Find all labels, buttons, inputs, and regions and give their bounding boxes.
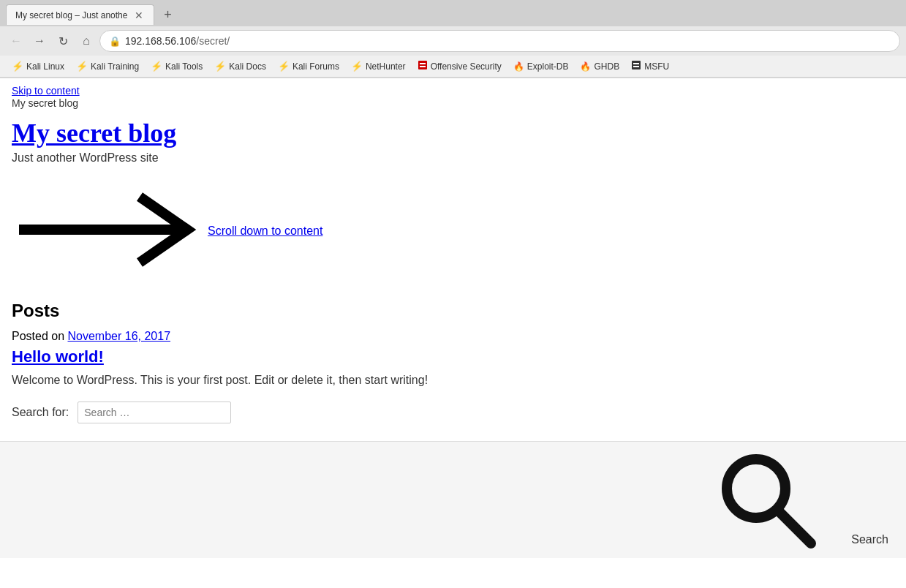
bookmarks-bar: ⚡ Kali Linux ⚡ Kali Training ⚡ Kali Tool… [0,56,906,78]
bookmark-nethunter[interactable]: ⚡ NetHunter [345,59,412,74]
kali-training-icon: ⚡ [76,61,88,72]
arrow-right-icon [12,182,202,280]
kali-tools-icon: ⚡ [151,61,162,72]
bookmark-exploit-db[interactable]: 🔥 Exploit-DB [507,59,575,74]
svg-rect-0 [418,61,427,69]
tab-bar: My secret blog – Just anothe ✕ + [0,0,906,26]
kali-forums-label: Kali Forums [292,61,339,72]
bookmark-ghdb[interactable]: 🔥 GHDB [574,59,625,74]
search-row: Search for: [12,402,894,423]
home-button[interactable]: ⌂ [76,31,97,51]
breadcrumb: My secret blog [12,97,894,109]
post-title-link[interactable]: Hello world! [12,347,894,366]
ghdb-icon: 🔥 [580,61,591,72]
kali-docs-label: Kali Docs [229,61,266,72]
search-button[interactable]: Search [851,533,888,546]
close-tab-button[interactable]: ✕ [133,10,145,21]
svg-rect-5 [633,66,639,67]
search-input[interactable] [78,402,231,423]
site-title-link[interactable]: My secret blog [12,118,176,148]
svg-rect-1 [420,63,426,64]
nethunter-icon: ⚡ [351,61,363,72]
security-icon: 🔒 [109,36,121,47]
kali-forums-icon: ⚡ [278,61,290,72]
post-meta: Posted on November 16, 2017 [12,330,894,343]
posted-on-label: Posted on [12,330,68,342]
navigation-bar: ← → ↻ ⌂ 🔒 192.168.56.106/secret/ [0,26,906,56]
back-button[interactable]: ← [6,31,26,51]
exploit-db-label: Exploit-DB [527,61,569,72]
page-content: Skip to content My secret blog My secret… [0,78,906,441]
post-excerpt: Welcome to WordPress. This is your first… [12,374,894,387]
site-title: My secret blog [12,118,176,148]
kali-docs-icon: ⚡ [214,61,226,72]
msfu-icon [631,60,641,72]
svg-line-8 [779,511,811,543]
kali-training-label: Kali Training [91,61,139,72]
active-tab[interactable]: My secret blog – Just anothe ✕ [6,4,154,25]
bookmark-kali-tools[interactable]: ⚡ Kali Tools [145,59,208,74]
nethunter-label: NetHunter [366,61,406,72]
offensive-security-label: Offensive Security [431,61,502,72]
msfu-label: MSFU [644,61,669,72]
tab-title: My secret blog – Just anothe [15,10,127,20]
new-tab-button[interactable]: + [157,4,178,25]
bookmark-msfu[interactable]: MSFU [625,58,675,75]
kali-linux-icon: ⚡ [12,61,23,72]
svg-rect-4 [633,63,639,64]
address-bar[interactable]: 🔒 192.168.56.106/secret/ [99,30,900,52]
exploit-db-icon: 🔥 [513,61,524,72]
kali-tools-label: Kali Tools [165,61,203,72]
scroll-down-link[interactable]: Scroll down to content [208,225,322,238]
skip-to-content-link[interactable]: Skip to content [12,85,80,97]
bookmark-kali-forums[interactable]: ⚡ Kali Forums [272,59,345,74]
post-date-link[interactable]: November 16, 2017 [68,330,171,342]
search-large-icon [716,448,818,551]
reload-button[interactable]: ↻ [53,31,73,51]
bookmark-kali-linux[interactable]: ⚡ Kali Linux [6,59,70,74]
ghdb-label: GHDB [594,61,619,72]
svg-rect-3 [632,61,641,69]
posts-heading: Posts [12,301,894,321]
url-base: 192.168.56.106 [125,35,196,47]
url-path: /secret/ [196,35,230,47]
site-tagline: Just another WordPress site [12,151,894,165]
bookmark-kali-docs[interactable]: ⚡ Kali Docs [208,59,272,74]
bookmark-kali-training[interactable]: ⚡ Kali Training [70,59,145,74]
kali-linux-label: Kali Linux [26,61,64,72]
url-display: 192.168.56.106/secret/ [125,35,230,47]
browser-chrome: My secret blog – Just anothe ✕ + ← → ↻ ⌂… [0,0,906,78]
forward-button[interactable]: → [29,31,50,51]
bookmark-offensive-security[interactable]: Offensive Security [412,58,507,75]
offensive-security-icon [418,60,428,72]
scroll-down-row: Scroll down to content [12,176,894,286]
search-widget-area: Search [0,441,906,558]
svg-rect-2 [420,66,426,67]
search-label: Search for: [12,406,69,419]
